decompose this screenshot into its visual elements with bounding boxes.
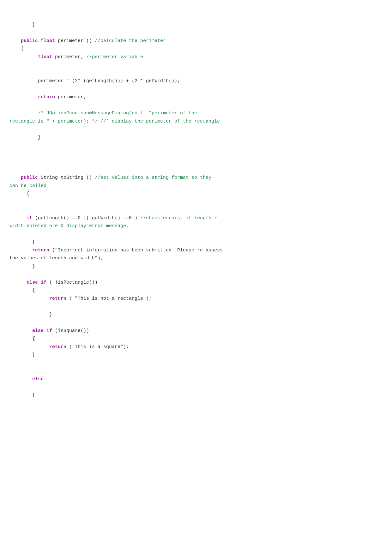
code-content: } public float perimeter () //calculate …	[9, 13, 383, 399]
